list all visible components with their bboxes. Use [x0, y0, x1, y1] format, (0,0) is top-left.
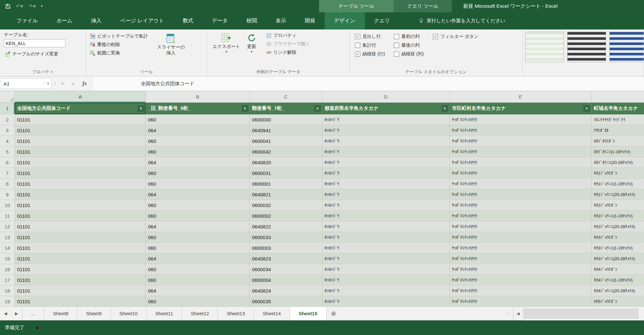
tab-developer[interactable]: 開発	[295, 12, 325, 29]
cell-C3[interactable]: 0640941	[250, 125, 322, 136]
enter-icon[interactable]: ✓	[71, 81, 75, 87]
cell-E9[interactable]: ｻｯﾎﾟﾛｼﾁｭｳｵｳｸ	[450, 189, 592, 200]
cell-B11[interactable]: 060	[146, 211, 250, 221]
filter-button-B[interactable]: ▼	[242, 105, 248, 112]
cell-B18[interactable]: 064	[146, 285, 250, 296]
row-header-11[interactable]: 11	[0, 211, 15, 221]
tab-data[interactable]: データ	[202, 12, 237, 29]
tab-insert[interactable]: 挿入	[82, 12, 111, 29]
cell-C5[interactable]: 0600042	[250, 146, 322, 157]
column-header-E[interactable]: E	[450, 91, 592, 103]
cell-A18[interactable]: 01101	[15, 285, 146, 296]
cell-F11[interactable]: ｷﾀ2ｼﾞｮｳﾆｼ(1-19ﾁｮｳﾒ)	[592, 211, 644, 221]
tab-review[interactable]: 校閲	[237, 12, 266, 29]
cell-D13[interactable]: ﾎｯｶｲﾄﾞｳ	[322, 232, 450, 243]
cell-B12[interactable]: 064	[146, 221, 250, 232]
tell-me-box[interactable]: 実行したい作業を入力してください	[419, 12, 506, 29]
group-label-external-table-data[interactable]: 外部のテーブル データ	[207, 69, 350, 75]
cell-B7[interactable]: 060	[146, 168, 250, 179]
cell-B2[interactable]: 060	[146, 114, 250, 125]
cell-E19[interactable]: ｻｯﾎﾟﾛｼﾁｭｳｵｳｸ	[450, 296, 592, 307]
sheet-tab-Sheet15[interactable]: Sheet15	[290, 307, 327, 320]
cell-B16[interactable]: 060	[146, 264, 250, 275]
tab-view[interactable]: 表示	[266, 12, 295, 29]
macro-record-icon[interactable]	[35, 326, 39, 330]
cell-E11[interactable]: ｻｯﾎﾟﾛｼﾁｭｳｵｳｸ	[450, 211, 592, 221]
cell-C11[interactable]: 0600002	[250, 211, 322, 221]
table-style-thumbnail-blue[interactable]	[609, 32, 644, 62]
cell-F13[interactable]: ｷﾀ3ｼﾞｮｳﾋｶﾞｼ	[592, 232, 644, 243]
row-header-13[interactable]: 13	[0, 232, 15, 243]
contextual-header-query-tools[interactable]: クエリ ツール	[394, 0, 452, 12]
table-name-input[interactable]	[4, 39, 65, 47]
checkbox-banded-columns[interactable]	[394, 52, 399, 57]
checkbox-total-row[interactable]	[355, 43, 360, 48]
cell-A13[interactable]: 01101	[15, 232, 146, 243]
refresh-button[interactable]: 更新 ▼	[244, 31, 260, 68]
cell-B3[interactable]: 064	[146, 125, 250, 136]
checkbox-header-row[interactable]: ✓	[355, 34, 360, 39]
row-header-7[interactable]: 7	[0, 168, 15, 179]
cell-A15[interactable]: 01101	[15, 253, 146, 264]
cell-B14[interactable]: 060	[146, 243, 250, 253]
cell-D15[interactable]: ﾎｯｶｲﾄﾞｳ	[322, 253, 450, 264]
filter-button-A[interactable]: ▼	[138, 105, 144, 112]
cell-F6[interactable]: ｵｵﾄﾞｵﾘﾆｼ(20-28ﾁｮｳﾒ)	[592, 157, 644, 168]
redo-icon[interactable]: ↷▾	[29, 4, 36, 9]
cell-A2[interactable]: 01101	[15, 114, 146, 125]
row-header-10[interactable]: 10	[0, 200, 15, 211]
sheet-tab-Sheet10[interactable]: Sheet10	[111, 307, 147, 320]
row-header-18[interactable]: 18	[0, 285, 15, 296]
cell-A10[interactable]: 01101	[15, 200, 146, 211]
unlink-button[interactable]: リンク解除	[265, 48, 312, 57]
next-sheet-icon[interactable]: ▶	[11, 307, 22, 320]
cell-E15[interactable]: ｻｯﾎﾟﾛｼﾁｭｳｵｳｸ	[450, 253, 592, 264]
cell-D19[interactable]: ﾎｯｶｲﾄﾞｳ	[322, 296, 450, 307]
column-header-B[interactable]: B	[146, 91, 250, 103]
cell-E2[interactable]: ｻｯﾎﾟﾛｼﾁｭｳｵｳｸ	[450, 114, 592, 125]
sheet-tab-Sheet14[interactable]: Sheet14	[254, 307, 290, 320]
cell-F19[interactable]: ｷﾀ5ｼﾞｮｳﾋｶﾞｼ	[592, 296, 644, 307]
cell-D6[interactable]: ﾎｯｶｲﾄﾞｳ	[322, 157, 450, 168]
tab-file[interactable]: ファイル	[7, 12, 47, 29]
contextual-header-table-tools[interactable]: テーブル ツール	[319, 0, 394, 12]
row-header-9[interactable]: 9	[0, 189, 15, 200]
cell-F4[interactable]: ｵｵﾄﾞｵﾘﾋｶﾞｼ	[592, 136, 644, 146]
checkbox-filter-button[interactable]: ✓	[433, 34, 438, 39]
table-style-thumbnail-green[interactable]	[525, 32, 564, 62]
cell-C7[interactable]: 0600031	[250, 168, 322, 179]
cell-C8[interactable]: 0600001	[250, 179, 322, 189]
column-header-D[interactable]: D	[322, 91, 450, 103]
cell-A4[interactable]: 01101	[15, 136, 146, 146]
cell-C18[interactable]: 0640824	[250, 285, 322, 296]
formula-input[interactable]: 全国地方公共団体コード	[92, 76, 644, 91]
checkbox-first-column[interactable]	[394, 34, 399, 39]
convert-to-range-button[interactable]: 範囲に変換	[89, 49, 149, 57]
checkbox-last-column[interactable]	[394, 43, 399, 48]
cell-A17[interactable]: 01101	[15, 275, 146, 285]
style-option-filter-button[interactable]: ✓フィルター ボタン	[433, 32, 478, 40]
tab-query[interactable]: クエリ	[365, 12, 399, 29]
group-label-table-style-options[interactable]: テーブル スタイルのオプション	[350, 69, 522, 75]
tab-split-handle[interactable]: ⁞	[508, 307, 513, 320]
cell-D7[interactable]: ﾎｯｶｲﾄﾞｳ	[322, 168, 450, 179]
cell-A19[interactable]: 01101	[15, 296, 146, 307]
tab-design[interactable]: デザイン	[325, 12, 365, 29]
cell-B8[interactable]: 060	[146, 179, 250, 189]
save-icon[interactable]	[5, 4, 11, 9]
cancel-icon[interactable]: ×	[61, 81, 64, 87]
cell-F2[interactable]: ｲｶﾆｹｲｻｲｶﾞﾅｲﾊﾞｱｲ	[592, 114, 644, 125]
cell-E16[interactable]: ｻｯﾎﾟﾛｼﾁｭｳｵｳｸ	[450, 264, 592, 275]
row-header-14[interactable]: 14	[0, 243, 15, 253]
cell-A16[interactable]: 01101	[15, 264, 146, 275]
filter-button-C[interactable]: ▼	[314, 105, 321, 112]
horizontal-scrollbar[interactable]	[523, 307, 644, 320]
cell-C10[interactable]: 0600032	[250, 200, 322, 211]
summarize-with-pivottable-button[interactable]: ピボットテーブルで集計	[89, 32, 149, 40]
cell-F17[interactable]: ｷﾀ4ｼﾞｮｳﾆｼ(1-19ﾁｮｳﾒ)	[592, 275, 644, 285]
cell-C19[interactable]: 0600035	[250, 296, 322, 307]
filter-button-D[interactable]: ▼	[442, 105, 448, 112]
style-option-banded-columns[interactable]: 縞模様 (列)	[394, 50, 424, 58]
cell-F8[interactable]: ｷﾀ1ｼﾞｮｳﾆｼ(1-19ﾁｮｳﾒ)	[592, 179, 644, 189]
cell-B15[interactable]: 064	[146, 253, 250, 264]
